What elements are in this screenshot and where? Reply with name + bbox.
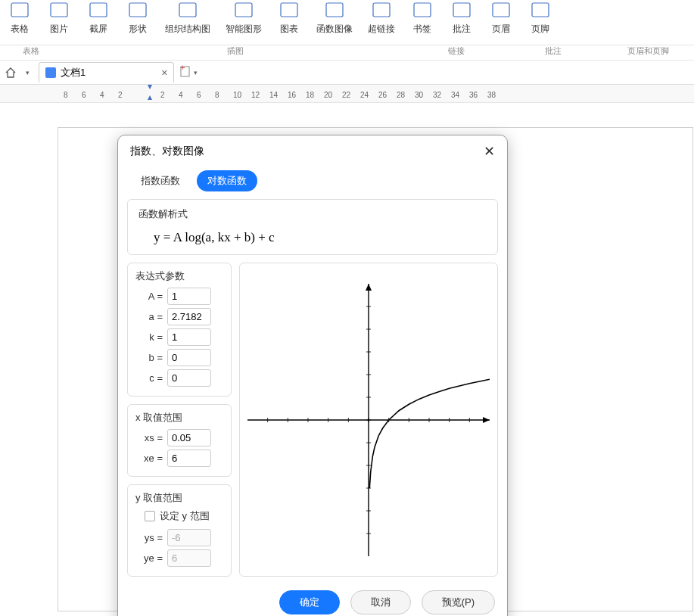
svg-rect-7 — [326, 3, 343, 17]
ribbon-item-11[interactable]: 页眉 — [481, 0, 521, 45]
ruler-tick: 22 — [342, 91, 350, 99]
ribbon-item-7[interactable]: 函数图像 — [309, 0, 360, 45]
home-dropdown-icon[interactable]: ▾ — [26, 69, 30, 76]
x-range-panel: x 取值范围 xs = xe = — [127, 404, 232, 477]
close-icon[interactable]: ✕ — [484, 143, 495, 160]
cancel-button[interactable]: 取消 — [350, 590, 411, 614]
ribbon-item-label: 图片 — [50, 23, 68, 36]
ribbon-items: 表格图片截屏形状组织结构图智能图形图表函数图像超链接书签批注页眉页脚 — [0, 0, 560, 45]
ribbon-item-label: 批注 — [453, 23, 471, 36]
ribbon-item-label: 智能图形 — [226, 23, 262, 36]
svg-rect-0 — [11, 3, 28, 17]
ribbon-item-label: 图表 — [280, 23, 298, 36]
ribbon-icon — [47, 0, 71, 20]
ribbon-item-label: 页眉 — [492, 23, 510, 36]
ruler-tick: 20 — [324, 91, 332, 99]
document-tab-title: 文档1 — [61, 66, 86, 79]
ribbon-group-label: 表格 — [0, 45, 62, 60]
ribbon-item-8[interactable]: 超链接 — [360, 0, 403, 45]
ruler-tick: 6 — [197, 91, 201, 99]
svg-rect-5 — [235, 3, 252, 17]
ribbon-item-9[interactable]: 书签 — [403, 0, 442, 45]
ribbon-group-label: 链接 — [409, 45, 504, 60]
ribbon-icon — [528, 0, 552, 20]
y-range-panel: y 取值范围 设定 y 范围 ys = ye = — [127, 484, 232, 577]
ribbon-item-label: 函数图像 — [316, 23, 353, 36]
ruler-tick: 32 — [433, 91, 441, 99]
formula-panel: 函数解析式 y = A log(a, kx + b) + c — [127, 199, 498, 255]
ribbon-icon — [322, 0, 347, 20]
ribbon-item-6[interactable]: 图表 — [269, 0, 309, 45]
ribbon-item-10[interactable]: 批注 — [442, 0, 481, 45]
param-label-3: b = — [135, 352, 167, 363]
param-input-2[interactable] — [167, 328, 211, 346]
ribbon-group-label: 插图 — [62, 45, 409, 60]
ruler-tick: 14 — [269, 91, 278, 99]
close-tab-icon[interactable]: × — [161, 67, 167, 79]
ribbon-group-label: 页眉和页脚 — [602, 45, 693, 60]
ruler-tick: 30 — [415, 91, 423, 99]
svg-rect-12 — [532, 3, 549, 17]
ruler-tick: 2 — [160, 91, 165, 99]
ribbon-item-3[interactable]: 形状 — [118, 0, 157, 45]
ruler-tick: 28 — [397, 91, 405, 99]
param-label-1: a = — [135, 311, 167, 322]
xs-label: xs = — [135, 432, 167, 443]
ribbon-icon — [232, 0, 256, 20]
new-tab-button[interactable]: + — [180, 65, 191, 79]
new-tab-dropdown-icon[interactable]: ▾ — [194, 69, 198, 76]
ruler-tick: 16 — [288, 91, 296, 99]
param-input-1[interactable] — [167, 308, 211, 325]
ruler-tick: 18 — [306, 91, 314, 99]
ok-button[interactable]: 确定 — [279, 590, 340, 614]
ribbon-group-label: 批注 — [504, 45, 602, 60]
ys-label: ys = — [135, 532, 167, 543]
svg-rect-2 — [90, 3, 107, 17]
param-input-0[interactable] — [167, 288, 211, 305]
ruler-tick: 24 — [360, 91, 369, 99]
ribbon-item-label: 书签 — [413, 23, 431, 36]
dialog-title: 指数、对数图像 — [130, 145, 204, 158]
tab-exponential[interactable]: 指数函数 — [130, 170, 191, 191]
xe-input[interactable] — [167, 450, 211, 467]
ruler-tick: 8 — [64, 91, 68, 99]
svg-rect-11 — [493, 3, 509, 17]
y-range-checkbox[interactable] — [145, 511, 155, 521]
param-input-3[interactable] — [167, 349, 211, 366]
x-range-title: x 取值范围 — [135, 411, 223, 425]
ruler-indent-marker-icon[interactable]: ▾▴ — [148, 81, 152, 102]
expression-params-panel: 表达式参数 A =a =k =b =c = — [127, 263, 232, 397]
ribbon-icon — [8, 0, 32, 20]
chart-preview — [239, 263, 498, 577]
document-icon — [45, 67, 56, 78]
expression-params-title: 表达式参数 — [135, 269, 223, 283]
ruler-tick: 12 — [251, 91, 260, 99]
ys-input — [167, 529, 211, 546]
ribbon-item-2[interactable]: 截屏 — [79, 0, 118, 45]
preview-button[interactable]: 预览(P) — [422, 590, 495, 614]
dialog-footer: 确定 取消 预览(P) — [118, 577, 507, 616]
xs-input[interactable] — [167, 429, 211, 446]
param-label-0: A = — [135, 291, 167, 302]
ribbon-item-4[interactable]: 组织结构图 — [157, 0, 218, 45]
ruler-tick: 4 — [179, 91, 183, 99]
ribbon-item-12[interactable]: 页脚 — [521, 0, 560, 45]
document-tab[interactable]: 文档1 × — [39, 62, 174, 82]
tab-logarithmic[interactable]: 对数函数 — [197, 170, 257, 191]
home-icon[interactable] — [3, 65, 18, 80]
formula-display: y = A log(a, kx + b) + c — [138, 226, 487, 247]
ribbon-item-label: 表格 — [11, 23, 29, 36]
param-input-4[interactable] — [167, 369, 211, 387]
ribbon-item-0[interactable]: 表格 — [0, 0, 39, 45]
svg-rect-8 — [373, 3, 390, 17]
ruler-tick: 10 — [233, 91, 241, 99]
ribbon-item-1[interactable]: 图片 — [39, 0, 79, 45]
ribbon-icon — [410, 0, 434, 20]
ruler-tick: 36 — [469, 91, 478, 99]
ribbon-icon — [450, 0, 474, 20]
ribbon-item-label: 超链接 — [368, 23, 395, 36]
ruler-tick: 8 — [215, 91, 219, 99]
ribbon-item-5[interactable]: 智能图形 — [218, 0, 269, 45]
function-graph-dialog: 指数、对数图像 ✕ 指数函数 对数函数 函数解析式 y = A log(a, k… — [117, 135, 508, 616]
svg-rect-6 — [281, 3, 297, 17]
